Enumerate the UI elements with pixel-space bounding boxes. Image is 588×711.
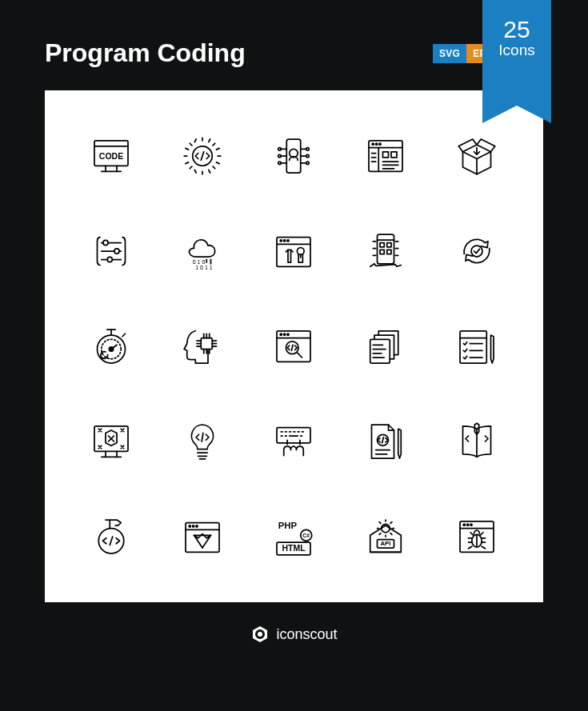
- svg-rect-21: [382, 151, 388, 157]
- icon-grid: CODE 0 1 01 0 1 1 PHPC#HTML API: [85, 126, 503, 567]
- svg-rect-48: [386, 242, 390, 246]
- svg-text:0 1 0: 0 1 0: [193, 259, 206, 265]
- api-gear-icon: API: [359, 507, 412, 567]
- svg-line-56: [122, 334, 126, 337]
- svg-point-11: [278, 162, 282, 165]
- svg-point-17: [372, 143, 374, 145]
- icon-count: 25: [482, 18, 551, 42]
- code-files-icon: [359, 316, 412, 376]
- svg-point-10: [278, 154, 282, 158]
- svg-rect-45: [377, 234, 394, 264]
- svg-point-114: [189, 525, 190, 527]
- svg-point-129: [463, 524, 465, 525]
- sync-check-icon: [450, 221, 503, 281]
- stopwatch-icon: [85, 316, 138, 376]
- icon-count-ribbon: 25 Icons: [482, 0, 551, 106]
- svg-point-116: [196, 525, 198, 527]
- svg-text:1 0 1 1: 1 0 1 1: [196, 265, 214, 270]
- open-box-icon: [450, 126, 503, 186]
- svg-text:API: API: [380, 541, 390, 548]
- keyboard-typing-icon: [267, 412, 320, 472]
- website-layout-icon: [359, 126, 412, 186]
- svg-point-32: [103, 240, 108, 245]
- svg-text:C#: C#: [303, 533, 310, 538]
- svg-text:CODE: CODE: [99, 150, 123, 160]
- code-monitor-icon: CODE: [85, 126, 138, 186]
- svg-point-130: [466, 524, 468, 525]
- svg-text:PHP: PHP: [278, 521, 298, 530]
- settings-sliders-icon: [85, 221, 138, 281]
- svg-rect-78: [370, 339, 390, 363]
- svg-point-19: [379, 143, 381, 145]
- icon-pack-panel: CODE 0 1 01 0 1 1 PHPC#HTML API: [45, 90, 543, 602]
- browser-tools-icon: [267, 221, 320, 281]
- languages-icon: PHPC#HTML: [267, 507, 320, 567]
- code-gear-icon: [176, 126, 229, 186]
- icon-count-label: Icons: [482, 42, 551, 59]
- svg-point-12: [306, 147, 310, 150]
- svg-point-34: [107, 257, 112, 262]
- cloud-binary-icon: 0 1 01 0 1 1: [176, 221, 229, 281]
- svg-point-14: [306, 162, 310, 165]
- svg-point-115: [193, 525, 194, 527]
- pack-title: Program Coding: [45, 38, 246, 68]
- code-bulb-icon: [176, 412, 229, 472]
- svg-rect-22: [391, 151, 397, 157]
- app-wireframe-icon: [359, 221, 412, 281]
- code-hammer-icon: [85, 507, 138, 567]
- svg-rect-50: [386, 250, 390, 254]
- svg-point-13: [306, 154, 310, 158]
- ai-chip-head-icon: [176, 316, 229, 376]
- brand-footer: iconscout: [0, 602, 588, 666]
- checklist-edit-icon: [450, 316, 503, 376]
- svg-rect-49: [380, 250, 384, 254]
- svg-point-9: [278, 147, 282, 150]
- code-book-icon: [450, 412, 503, 472]
- error-monitor-icon: [85, 412, 138, 472]
- svg-point-75: [287, 334, 289, 335]
- svg-point-42: [284, 240, 286, 242]
- brand-name: iconscout: [276, 626, 337, 643]
- svg-point-41: [281, 240, 282, 242]
- brand-logo-icon: [250, 625, 270, 644]
- svg-point-131: [470, 524, 472, 525]
- mobile-circuit-icon: [267, 126, 320, 186]
- svg-line-77: [298, 353, 302, 357]
- svg-point-43: [287, 240, 289, 242]
- svg-point-74: [284, 334, 286, 335]
- code-file-edit-icon: [359, 412, 412, 472]
- svg-point-73: [281, 334, 282, 335]
- format-badge-svg: SVG: [433, 44, 466, 63]
- svg-point-18: [375, 143, 377, 145]
- premium-code-icon: [176, 507, 229, 567]
- svg-point-51: [471, 246, 482, 257]
- svg-point-33: [114, 249, 119, 254]
- svg-text:HTML: HTML: [282, 544, 306, 553]
- svg-rect-47: [380, 242, 384, 246]
- svg-rect-58: [202, 338, 213, 349]
- code-search-icon: [267, 316, 320, 376]
- bug-browser-icon: [450, 507, 503, 567]
